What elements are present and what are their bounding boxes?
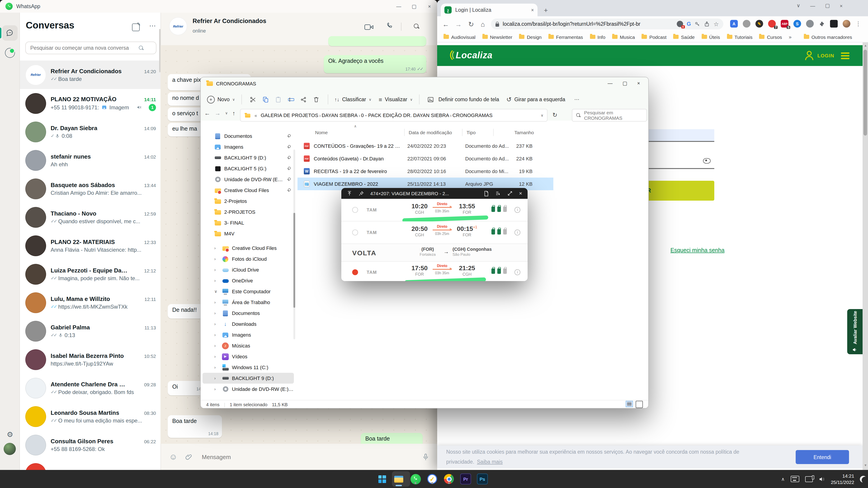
sidebar-tree-item[interactable]: › Área de Trabalho [203, 297, 294, 308]
conversation-item[interactable]: PLANO 22 MOTIVAÇÃO 14:11 +55 11 99018-91… [20, 89, 160, 118]
voice-call-icon[interactable] [385, 23, 393, 30]
bookmark-folder[interactable]: Musica [612, 34, 635, 39]
expand-chevron[interactable]: › [214, 267, 219, 272]
close-icon[interactable]: × [519, 190, 522, 197]
info-icon[interactable]: i [515, 230, 520, 235]
sidebar-tree-item[interactable]: › Windows 11 (C:) [203, 362, 294, 373]
bookmark-folder[interactable]: Audiovisual [443, 34, 475, 39]
expand-chevron[interactable]: › [214, 332, 219, 337]
bookmark-star-icon[interactable]: ☆ [714, 21, 719, 27]
scroll-up-arrow[interactable]: ▲ [864, 44, 867, 47]
scrollbar-thumb[interactable] [864, 50, 867, 135]
file-row[interactable]: RECEITAS - 19 a 22 de fevereiro 28/02/20… [298, 165, 553, 177]
rename-icon[interactable] [286, 96, 296, 103]
share-icon[interactable] [704, 21, 710, 27]
nav-up-icon[interactable]: ↑ [232, 110, 235, 117]
sidebar-pinned-item[interactable]: Unidade de DVD-RW (E:) jair [203, 174, 294, 185]
attach-icon[interactable] [186, 453, 193, 460]
sort-button[interactable]: Classificar [342, 97, 366, 102]
browser-tab[interactable]: ʅ Login | Localiza × [441, 4, 537, 16]
refresh-icon[interactable]: ↻ [553, 111, 557, 119]
bookmark-folder[interactable]: Newsletter [482, 34, 512, 39]
breadcrumb[interactable]: « GALERIA DE PROJETOS › DAYAN SIEBRA › [240, 109, 548, 122]
column-tamanho[interactable]: Tamanho [498, 130, 534, 135]
breadcrumb-item[interactable]: 0 - PACK EDIÇÃO DR. DAYAN SIEBRA › [361, 112, 453, 118]
maximize-button[interactable]: ▢ [825, 3, 830, 8]
expand-chevron[interactable]: › [214, 311, 219, 315]
expand-chevron[interactable]: › [214, 387, 219, 391]
conversation-item[interactable]: Dr. Dayan Siebra 14:09 ✓ 0:08 [20, 118, 160, 146]
paste-icon[interactable] [273, 96, 283, 103]
search-bar[interactable] [25, 41, 156, 54]
conversation-item[interactable]: Atendente Charlene Dra Julia 09:28 ✓✓ Po… [20, 374, 160, 402]
conversation-item[interactable]: Isabel Maria Bezerra Pinto 10:52 https:/… [20, 345, 160, 374]
sidebar-tree-item[interactable]: › BACKLIGHT 9 (D:) [203, 373, 294, 384]
close-tab-icon[interactable]: × [531, 7, 534, 13]
bookmark-folder[interactable]: Podcast [642, 34, 666, 39]
password-manager-icon[interactable]: × [677, 21, 683, 27]
adblock-extension-icon[interactable]: 7 [768, 20, 776, 28]
extension-icon[interactable] [830, 20, 838, 28]
video-call-icon[interactable] [364, 24, 373, 31]
tray-expand-icon[interactable]: ∧ [781, 476, 784, 482]
scrollbar-thumb[interactable] [293, 213, 295, 308]
breadcrumb-item[interactable]: GALERIA DE PROJETOS › [260, 112, 322, 118]
taskbar-premiere[interactable]: Pr [460, 473, 471, 485]
expand-chevron[interactable]: › [214, 365, 219, 369]
sidebar-tree-item[interactable]: › Creative Cloud Files [203, 242, 294, 254]
info-icon[interactable]: i [515, 269, 520, 275]
sidebar-pinned-item[interactable]: Imagens [203, 141, 294, 152]
set-wallpaper-button[interactable]: Definir como fundo de tela [438, 97, 499, 102]
expand-chevron[interactable]: › [214, 376, 219, 381]
rotate-left-button[interactable]: Girar para a esquerda [514, 97, 565, 102]
sidebar-pinned-item[interactable]: 2-PROJETOS [203, 206, 294, 217]
profile-avatar[interactable] [4, 443, 16, 455]
bookmark-folder[interactable]: Info [590, 34, 605, 39]
more-options[interactable]: ⋯ [574, 96, 579, 103]
bookmark-folder[interactable]: Design [519, 34, 541, 39]
sidebar-tree-item[interactable]: › Documentos [203, 308, 294, 319]
copy-icon[interactable] [260, 96, 271, 103]
breadcrumb-dropdown-icon[interactable]: ∨ [541, 113, 544, 117]
taskbar-ticktick[interactable]: ✓ [426, 473, 438, 485]
sidebar-tree-item[interactable]: › Imagens [203, 329, 294, 340]
column-nome[interactable]: Nome [315, 130, 328, 135]
fullscreen-icon[interactable] [507, 191, 513, 196]
message-input[interactable] [201, 453, 414, 461]
chrome-menu-icon[interactable]: ⋮ [855, 20, 861, 27]
new-tab-button[interactable]: + [544, 6, 548, 14]
sidebar-tree-item[interactable]: › Músicas [203, 340, 294, 351]
shazam-extension-icon[interactable]: S [794, 20, 801, 28]
pen-extension-icon[interactable]: ✎ [755, 20, 763, 28]
volume-icon[interactable] [818, 476, 825, 482]
forward-icon[interactable]: → [453, 20, 464, 28]
details-view-toggle[interactable] [626, 401, 633, 407]
sidebar-pinned-item[interactable]: M4V [203, 228, 294, 239]
close-button[interactable]: × [637, 80, 640, 86]
info-icon[interactable]: i [515, 207, 520, 213]
pin-icon[interactable] [359, 191, 364, 196]
profile-avatar[interactable] [843, 20, 850, 28]
start-button[interactable] [376, 473, 388, 485]
maximize-button[interactable]: ▢ [622, 80, 627, 86]
cut-icon[interactable] [248, 96, 258, 103]
new-chat-icon[interactable] [132, 24, 140, 31]
flight-radio[interactable] [352, 207, 358, 213]
column-data[interactable]: Data de modificação [409, 130, 452, 135]
breadcrumb-item[interactable]: CRONOGRAMAS [453, 112, 493, 118]
conversation-item[interactable]: Leonardo Sousa Martins 08:30 ✓✓ O meu fo… [20, 402, 160, 431]
thumbnail-view-toggle[interactable] [636, 401, 643, 408]
menu-icon[interactable]: ⋯ [149, 22, 156, 30]
google-account-icon[interactable]: G [687, 21, 691, 27]
expand-chevron[interactable]: › [214, 246, 219, 250]
tab-search-icon[interactable]: ∨ [797, 3, 800, 8]
conversation-item[interactable]: Consulta Gilson Peres 06:22 +55 88 8169-… [20, 431, 160, 459]
explorer-search[interactable]: Pesquisar em CRONOGRAMAS [572, 109, 647, 122]
sidebar-tree-item[interactable]: › Unidade de DVD-RW (E:) jairo [203, 384, 294, 394]
expand-chevron[interactable]: › [214, 322, 219, 326]
status-tab[interactable] [2, 45, 18, 61]
bookmark-folder[interactable]: Úteis [702, 34, 720, 39]
sidebar-pinned-item[interactable]: BACKLIGHT 5 (G:) [203, 163, 294, 174]
search-input[interactable] [26, 45, 139, 51]
back-icon[interactable]: ← [440, 20, 452, 28]
